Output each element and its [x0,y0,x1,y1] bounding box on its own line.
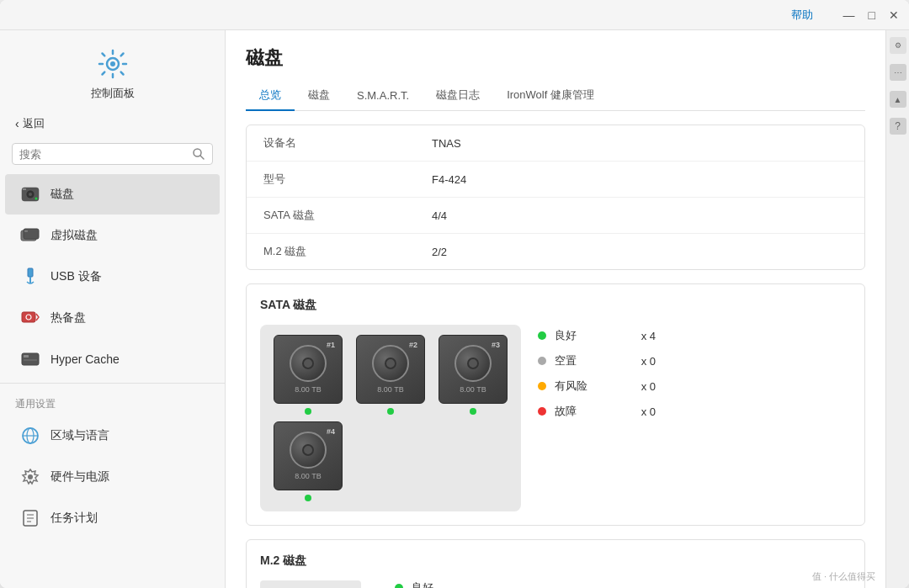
info-label-model: 型号 [263,172,432,187]
disk-circle-3 [454,345,492,382]
sidebar: 控制面板 ‹ 返回 [0,30,226,588]
sidebar-item-task-label: 任务计划 [50,511,98,526]
tab-smart[interactable]: S.M.A.R.T. [343,82,423,110]
sidebar-nav: 磁盘 虚拟磁盘 [0,173,225,588]
tab-ironwolf[interactable]: IronWolf 健康管理 [493,81,608,111]
svg-rect-13 [29,277,31,283]
svg-point-8 [35,198,38,200]
panel-icon-3[interactable]: ▲ [890,91,906,108]
info-row-device: 设备名 TNAS [247,125,864,162]
disk-box-3: #3 8.00 TB [439,335,508,404]
legend-label-fail: 故障 [555,404,633,419]
info-row-model: 型号 F4-424 [247,162,864,198]
sidebar-item-usb-label: USB 设备 [50,269,102,284]
disk-badge-3: #3 [492,341,500,349]
disk-box-1: #1 8.00 TB [274,335,343,404]
help-button[interactable]: 帮助 [791,8,813,23]
disk-indicator-3 [470,408,476,415]
sata-disk-2[interactable]: #2 8.00 TB [353,335,428,415]
disk-size-3: 8.00 TB [460,385,486,394]
info-label-m2: M.2 磁盘 [263,244,432,259]
tab-disk[interactable]: 磁盘 [295,81,343,111]
sidebar-item-hardware[interactable]: 硬件与电源 [5,457,220,497]
panel-icon-2[interactable]: ⋯ [890,64,906,81]
legend-empty: 空置 x 0 [538,353,656,368]
legend-dot-good [538,331,546,340]
sidebar-item-hyper-cache-label: Hyper Cache [50,352,120,366]
sidebar-control-panel-label: 控制面板 [91,86,135,101]
sidebar-item-disk-label: 磁盘 [50,187,74,202]
legend-dot-risk [538,382,546,390]
sata-disks-grid: #1 8.00 TB [260,325,521,511]
sidebar-header: 控制面板 [0,30,225,109]
panel-icon-1[interactable]: ⚙ [890,37,906,54]
disk-box-2: #2 8.00 TB [356,335,425,404]
main-layout: 控制面板 ‹ 返回 [0,30,909,588]
sidebar-item-hot-spare[interactable]: 热备盘 [5,298,220,338]
legend-count-fail: x 0 [641,405,656,418]
minimize-button[interactable]: — [843,9,855,21]
disk-icon [19,183,42,206]
legend-count-good: x 4 [641,330,656,342]
chevron-left-icon: ‹ [15,117,19,130]
sidebar-item-task[interactable]: 任务计划 [5,498,220,538]
legend-good: 良好 x 4 [538,328,656,343]
m2-dot-good [395,584,403,588]
info-label-sata: SATA 磁盘 [263,208,432,223]
content-area: 磁盘 总览 磁盘 S.M.A.R.T. 磁盘日志 IronWolf 健康管理 设… [226,30,885,588]
titlebar: 帮助 — □ ✕ [0,0,909,30]
back-button[interactable]: ‹ 返回 [0,109,225,138]
disk-badge-2: #2 [409,341,417,349]
disk-inner-1 [302,358,314,369]
info-row-m2: M.2 磁盘 2/2 [247,234,864,269]
sidebar-item-hyper-cache[interactable]: Hyper Cache [5,339,220,379]
hardware-icon [19,465,42,489]
svg-rect-10 [24,229,39,239]
sidebar-item-region[interactable]: 区域与语言 [5,416,220,456]
disk-size-2: 8.00 TB [377,385,403,394]
svg-rect-7 [23,188,26,190]
sidebar-item-usb[interactable]: USB 设备 [5,257,220,297]
legend-label-good: 良好 [555,328,633,343]
main-window: 帮助 — □ ✕ 控制面板 ‹ 返回 [0,0,909,588]
info-row-sata: SATA 磁盘 4/4 [247,198,864,234]
sidebar-item-virtual-disk[interactable]: 虚拟磁盘 [5,215,220,256]
region-icon [19,424,42,448]
sata-legend: 良好 x 4 空置 x 0 有风险 x 0 [538,325,656,422]
legend-count-risk: x 0 [641,380,656,393]
m2-section-title: M.2 磁盘 [260,554,851,569]
tab-overview[interactable]: 总览 [246,81,295,111]
page-title: 磁盘 [246,45,865,71]
task-icon [19,506,42,530]
svg-point-22 [28,474,33,479]
svg-point-1 [110,61,115,66]
disk-indicator-1 [305,408,311,415]
panel-icon-4[interactable]: ? [890,118,906,135]
sata-disk-1[interactable]: #1 8.00 TB [270,335,346,415]
sidebar-item-virtual-disk-label: 虚拟磁盘 [50,228,98,243]
sidebar-item-region-label: 区域与语言 [50,428,109,443]
m2-section-body: 良好 [260,580,851,588]
tab-log[interactable]: 磁盘日志 [423,81,493,111]
virtual-disk-icon [19,224,42,247]
info-value-m2: 2/2 [432,246,447,258]
sata-section-body: #1 8.00 TB [260,325,851,511]
svg-line-3 [200,156,204,159]
disk-inner-4 [302,444,314,456]
gear-icon [96,47,130,81]
svg-point-6 [29,193,32,196]
sata-disk-3[interactable]: #3 8.00 TB [435,335,511,415]
search-box[interactable] [12,143,213,165]
restore-button[interactable]: □ [869,9,875,21]
disk-inner-3 [467,358,479,369]
usb-icon [19,265,42,289]
close-button[interactable]: ✕ [889,9,899,21]
legend-dot-empty [538,357,546,365]
sidebar-item-disk[interactable]: 磁盘 [5,174,220,215]
sata-disk-4[interactable]: #4 8.00 TB [270,421,346,501]
disk-indicator-2 [387,408,394,415]
watermark: 值 · 什么值得买 [812,570,875,583]
search-input[interactable] [19,148,192,161]
m2-legend-good: 良好 [395,580,513,588]
disk-size-1: 8.00 TB [295,385,321,394]
